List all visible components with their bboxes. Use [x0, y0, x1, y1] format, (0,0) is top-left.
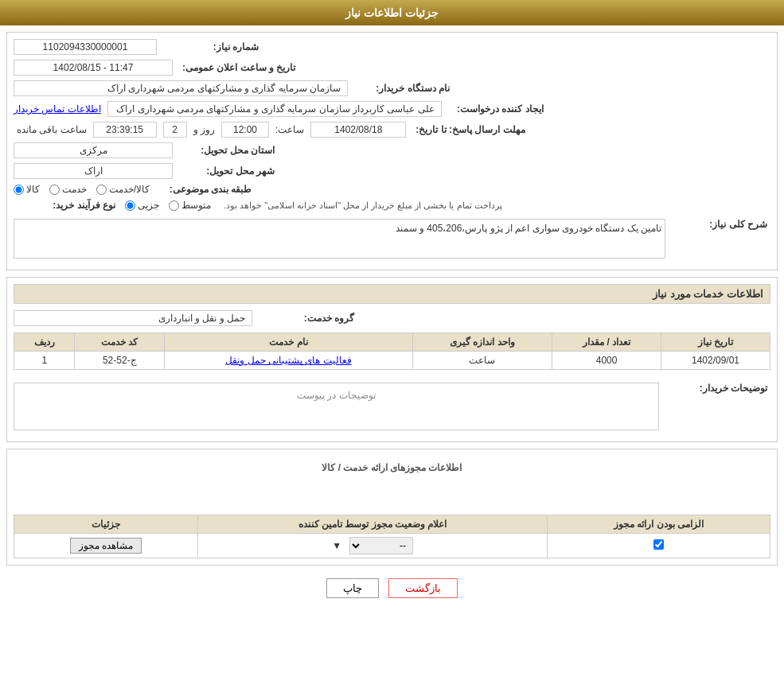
list-item: -- ▼ مشاهده مجوز: [14, 534, 770, 558]
buyer-notes-row: توضیحات خریدار: توضیحات در پیوست: [14, 379, 770, 430]
quantity-cell: 4000: [552, 352, 661, 370]
supplier-status-cell: -- ▼: [198, 534, 548, 558]
purchase-type-label: نوع فرآیند خرید:: [20, 200, 115, 211]
date-label: تاریخ و ساعت اعلان عمومی:: [182, 62, 295, 73]
category-row: طبقه بندی موضوعی: کالا/خدمت خدمت کالا: [14, 184, 770, 195]
purchase-type-medium-radio[interactable]: [169, 200, 179, 211]
category-goods-radio[interactable]: [14, 185, 24, 195]
need-desc-row: شرح کلی نیاز: تامین یک دستگاه خودروی سوا…: [14, 216, 770, 259]
col-quantity: تعداد / مقدار: [552, 333, 661, 352]
city-row: شهر محل تحویل: اراک: [14, 163, 770, 179]
supplier-status-select[interactable]: --: [349, 537, 413, 554]
permits-section: اطلاعات مجوزهای ارائه خدمت / کالا الزامی…: [6, 449, 778, 566]
category-service-option[interactable]: خدمت: [49, 184, 87, 195]
requester-value: علی عباسی کاربرداز سازمان سرمایه گذاری و…: [107, 101, 442, 117]
buyer-org-row: نام دستگاه خریدار: سازمان سرمایه گذاری و…: [14, 80, 770, 96]
service-name-cell[interactable]: فعالیت های پشتیبانی حمل ونقل: [165, 352, 413, 370]
col-permits-supplier-status: اعلام وضعیت مجوز توسط تامین کننده: [198, 515, 548, 534]
service-code-cell: ج-52-52: [75, 352, 165, 370]
city-value: اراک: [14, 163, 173, 179]
reply-date: 1402/08/18: [310, 122, 406, 138]
services-section-title: اطلاعات خدمات مورد نیاز: [14, 284, 770, 304]
col-service-code: کد خدمت: [75, 333, 165, 352]
date-value: 1402/08/15 - 11:47: [14, 60, 173, 76]
category-service-radio[interactable]: [49, 185, 60, 195]
city-label: شهر محل تحویل:: [179, 165, 275, 177]
col-service-name: نام خدمت: [165, 333, 413, 352]
reply-time: 12:00: [221, 122, 269, 138]
service-group-value: حمل و نقل و انبارداری: [14, 310, 252, 326]
category-service-label: خدمت: [62, 184, 87, 195]
requester-label: ایجاد کننده درخواست:: [448, 103, 544, 115]
spacer: [14, 476, 770, 508]
category-goods-service-label: کالا/خدمت: [109, 184, 150, 195]
services-table: تاریخ نیاز تعداد / مقدار واحد اندازه گیر…: [14, 332, 770, 370]
reply-time-label: ساعت:: [275, 124, 304, 135]
purchase-type-medium-label: متوسط: [181, 200, 211, 211]
need-number-row: شماره نیاز: 1102094330000001: [14, 39, 770, 55]
contact-link[interactable]: اطلاعات تماس خریدار: [14, 103, 101, 115]
purchase-type-partial-label: جزیی: [138, 200, 159, 211]
permit-required-cell: [547, 534, 770, 558]
date-time-row: تاریخ و ساعت اعلان عمومی: 1402/08/15 - 1…: [14, 60, 770, 76]
col-permits-details: جزئیات: [14, 515, 198, 534]
need-date-cell: 1402/09/01: [661, 352, 770, 370]
reply-remaining: 23:39:15: [93, 122, 157, 138]
bottom-buttons: بازگشت چاپ: [0, 578, 784, 598]
main-info-section: شماره نیاز: 1102094330000001 تاریخ و ساع…: [6, 32, 778, 270]
print-button[interactable]: چاپ: [326, 578, 379, 598]
need-desc-value: تامین یک دستگاه خودروی سواری اعم از پژو …: [14, 219, 665, 259]
category-goods-service-option[interactable]: کالا/خدمت: [96, 184, 150, 195]
permits-section-title: اطلاعات مجوزهای ارائه خدمت / کالا: [14, 462, 770, 473]
reply-remaining-label: ساعت باقی مانده: [17, 124, 87, 135]
permits-table: الزامی بودن ارائه مجوز اعلام وضعیت مجوز …: [14, 515, 770, 558]
buyer-org-label: نام دستگاه خریدار:: [354, 83, 450, 94]
services-table-body: 1402/09/01 4000 ساعت فعالیت های پشتیبانی…: [14, 352, 770, 370]
permits-table-body: -- ▼ مشاهده مجوز: [14, 534, 770, 558]
permit-required-checkbox[interactable]: [653, 539, 664, 550]
page-title: جزئیات اطلاعات نیاز: [0, 0, 784, 25]
back-button[interactable]: بازگشت: [388, 578, 458, 598]
reply-days: 2: [163, 122, 187, 138]
buyer-notes-container: توضیحات در پیوست: [14, 379, 659, 430]
service-group-row: گروه خدمت: حمل و نقل و انبارداری: [14, 310, 770, 326]
buyer-notes-value: توضیحات در پیوست: [14, 383, 659, 430]
col-unit: واحد اندازه گیری: [412, 333, 552, 352]
row-num-cell: 1: [14, 352, 75, 370]
view-permit-button[interactable]: مشاهده مجوز: [70, 538, 142, 554]
col-need-date: تاریخ نیاز: [661, 333, 770, 352]
need-number-value: 1102094330000001: [14, 39, 157, 55]
reply-days-label: روز و: [193, 124, 215, 135]
category-radio-group: کالا/خدمت خدمت کالا: [14, 184, 150, 195]
category-goods-service-radio[interactable]: [96, 185, 107, 195]
reply-deadline-label: مهلت ارسال پاسخ: تا تاریخ:: [415, 124, 525, 135]
purchase-type-note: پرداخت تمام یا بخشی از مبلغ خریدار از مح…: [224, 200, 502, 211]
buyer-notes-label: توضیحات خریدار:: [672, 383, 767, 394]
category-goods-option[interactable]: کالا: [14, 184, 40, 195]
permits-table-header: الزامی بودن ارائه مجوز اعلام وضعیت مجوز …: [14, 515, 770, 534]
unit-cell: ساعت: [412, 352, 552, 370]
purchase-type-row: پرداخت تمام یا بخشی از مبلغ خریدار از مح…: [14, 200, 770, 211]
category-label: طبقه بندی موضوعی:: [156, 184, 252, 195]
province-label: استان محل تحویل:: [179, 145, 275, 156]
service-group-label: گروه خدمت:: [259, 313, 354, 324]
col-permits-required: الزامی بودن ارائه مجوز: [547, 515, 770, 534]
category-goods-label: کالا: [26, 184, 40, 195]
services-table-header: تاریخ نیاز تعداد / مقدار واحد اندازه گیر…: [14, 333, 770, 352]
province-value: مرکزی: [14, 142, 173, 158]
purchase-type-partial-option[interactable]: جزیی: [125, 200, 159, 211]
header-title: جزئیات اطلاعات نیاز: [345, 6, 439, 19]
permit-details-cell: مشاهده مجوز: [14, 534, 198, 558]
requester-row: ایجاد کننده درخواست: علی عباسی کاربرداز …: [14, 101, 770, 117]
reply-deadline-row: مهلت ارسال پاسخ: تا تاریخ: 1402/08/18 سا…: [14, 122, 770, 138]
services-section: اطلاعات خدمات مورد نیاز گروه خدمت: حمل و…: [6, 277, 778, 442]
table-row: 1402/09/01 4000 ساعت فعالیت های پشتیبانی…: [14, 352, 770, 370]
need-desc-label: شرح کلی نیاز:: [672, 219, 767, 230]
need-number-label: شماره نیاز:: [163, 41, 259, 52]
col-row-num: ردیف: [14, 333, 75, 352]
province-row: استان محل تحویل: مرکزی: [14, 142, 770, 158]
purchase-type-partial-radio[interactable]: [125, 200, 135, 211]
purchase-type-radio-group: متوسط جزیی: [125, 200, 211, 211]
buyer-org-value: سازمان سرمایه گذاری و مشارکتهای مردمی شه…: [14, 80, 348, 96]
purchase-type-medium-option[interactable]: متوسط: [169, 200, 211, 211]
